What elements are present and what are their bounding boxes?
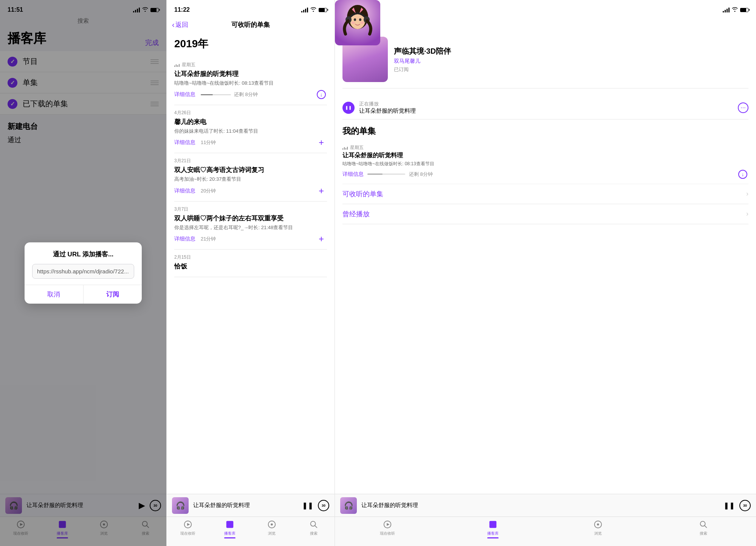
ep-time-3: 20分钟 xyxy=(201,188,216,194)
back-button-p2[interactable]: ‹ 返回 xyxy=(172,20,188,29)
ep-title-5: 恰饭 xyxy=(174,262,327,271)
tab-search-p2[interactable]: 搜索 xyxy=(293,519,335,538)
subscribe-button[interactable]: 订阅 xyxy=(84,285,142,304)
mini-pause-p3[interactable]: ❚❚ xyxy=(723,501,735,510)
ep-footer-2: 详细信息 11分钟 + xyxy=(174,137,327,148)
tab-library-p2[interactable]: 播客库 xyxy=(209,519,251,538)
plus-icon-2: + xyxy=(319,137,324,148)
tab-browse-p3[interactable]: 浏览 xyxy=(545,519,651,538)
ep-footer-left-4: 详细信息 21分钟 xyxy=(174,236,216,242)
mini-pause-p2[interactable]: ❚❚ xyxy=(302,501,313,510)
ep-progress-1: 还剩 8分钟 xyxy=(201,91,258,98)
podcast-subscribed: 已订阅 xyxy=(394,66,748,73)
ep-detail-link-3[interactable]: 详细信息 xyxy=(174,188,195,194)
ep-title-4: 双人哄睡♡两个妹子的左右耳双重享受 xyxy=(174,214,327,223)
p3-content: 声临其境·3D陪伴 双马尾馨儿 已订阅 正在播放 让耳朵舒服的听觉料理 ··· … xyxy=(335,33,756,494)
available-episodes-chevron: › xyxy=(746,190,748,198)
p2-content: 2019年 星期五 让耳朵舒服的听觉料理 咕噜噜~咕噜噜~在线做饭时长: 08:… xyxy=(167,33,335,494)
played-episodes-link: 曾经播放 xyxy=(342,209,370,219)
back-label-p2: 返回 xyxy=(175,20,188,29)
modal-overlay: 通过 URL 添加播客... https://rsshub.app/ncm/dj… xyxy=(0,0,166,546)
ep-add-4[interactable]: + xyxy=(316,233,327,245)
tab-library-p3[interactable]: 播客库 xyxy=(440,519,546,538)
panel-library-main: 11:51 搜索 播客库 完成 节目 xyxy=(0,0,166,546)
episode-item-1: 星期五 让耳朵舒服的听觉料理 咕噜噜~咕噜噜~在线做饭时长: 08:13查看节目… xyxy=(174,57,327,105)
my-ep-detail-link[interactable]: 详细信息 xyxy=(342,171,364,178)
podcast-name: 声临其境·3D陪伴 xyxy=(394,46,748,56)
p2-navigation: ‹ 返回 可收听的单集 xyxy=(167,17,335,33)
ep-day-1: 星期五 xyxy=(182,62,195,68)
status-bar-p2: 11:22 xyxy=(167,0,335,17)
tab-label-now-p2: 现在收听 xyxy=(180,531,195,536)
plus-icon-3: + xyxy=(319,186,324,196)
ep-title-1: 让耳朵舒服的听觉料理 xyxy=(174,70,327,78)
ep-progress-bar-1 xyxy=(201,94,231,95)
now-playing-label: 正在播放 xyxy=(359,101,733,107)
my-ep-day: 星期五 xyxy=(350,144,364,151)
svg-rect-35 xyxy=(490,524,494,525)
played-episodes-nav[interactable]: 曾经播放 › xyxy=(342,204,748,224)
svg-rect-34 xyxy=(490,523,495,523)
time-p2: 11:22 xyxy=(174,6,190,13)
ep-desc-4: 你是选择左耳呢，还是右耳呢?_→时长: 21:48查看节目 xyxy=(174,224,327,231)
ep-footer-left-3: 详细信息 20分钟 xyxy=(174,188,216,194)
tab-now-listening-p2[interactable]: 现在收听 xyxy=(167,519,209,538)
podcast-cover-image xyxy=(342,37,388,82)
ep-detail-link-4[interactable]: 详细信息 xyxy=(174,236,195,242)
svg-point-38 xyxy=(597,523,599,526)
ep-detail-link-2[interactable]: 详细信息 xyxy=(174,139,195,146)
mini-skip-p2[interactable]: 30 xyxy=(318,500,329,511)
my-ep-progress-fill xyxy=(367,174,383,175)
cancel-button[interactable]: 取消 xyxy=(25,285,84,304)
plus-icon-4: + xyxy=(319,234,324,244)
ep-detail-link-1[interactable]: 详细信息 xyxy=(174,91,195,98)
library-icon-p3 xyxy=(488,519,498,530)
available-episodes-nav[interactable]: 可收听的单集 › xyxy=(342,184,748,204)
episode-item-5: 2月15日 恰饭 xyxy=(174,250,327,277)
episode-item-2: 4月26日 馨儿的来电 你的妹妹来电话了时长: 11:04查看节目 详细信息 1… xyxy=(174,105,327,153)
tab-bar-p3: 现在收听 播客库 浏览 搜索 xyxy=(335,517,756,546)
podcast-info: 声临其境·3D陪伴 双马尾馨儿 已订阅 xyxy=(394,37,748,82)
mini-skip-p3[interactable]: 30 xyxy=(739,500,751,511)
ep-footer-4: 详细信息 21分钟 + xyxy=(174,233,327,245)
signal-icon-p2 xyxy=(301,7,308,12)
tab-browse-p2[interactable]: 浏览 xyxy=(251,519,293,538)
svg-rect-36 xyxy=(490,526,495,526)
panel-available-episodes: 11:22 ‹ 返回 可收听的单集 2019年 xyxy=(166,0,335,546)
p3-navigation: ‹ 播客库 xyxy=(335,17,756,33)
ep-add-2[interactable]: + xyxy=(316,137,327,148)
pause-button-p3[interactable] xyxy=(342,102,355,114)
tab-label-now-p3: 现在收听 xyxy=(380,531,395,536)
more-button-p3[interactable]: ··· xyxy=(738,102,748,113)
modal-buttons: 取消 订阅 xyxy=(25,285,142,304)
mini-player-p3[interactable]: 🎧 让耳朵舒服的听觉料理 ❚❚ 30 xyxy=(335,494,756,517)
my-ep-download[interactable]: ↓ xyxy=(737,169,748,180)
year-label: 2019年 xyxy=(174,37,327,51)
tab-label-library-p3: 播客库 xyxy=(487,531,499,536)
podcast-cover-bg xyxy=(342,37,388,82)
browse-icon-p3 xyxy=(593,519,603,530)
ep-title-3: 双人安眠♡高考语文古诗词复习 xyxy=(174,166,327,174)
now-listening-icon-p3 xyxy=(382,519,393,530)
ep-download-1[interactable]: ↓ xyxy=(316,89,327,100)
tab-now-listening-p3[interactable]: 现在收听 xyxy=(335,519,440,538)
my-ep-bars xyxy=(342,146,348,150)
tab-label-search-p2: 搜索 xyxy=(310,531,318,536)
ep-add-3[interactable]: + xyxy=(316,185,327,197)
ep-footer-left-1: 详细信息 还剩 8分钟 xyxy=(174,91,258,98)
svg-rect-20 xyxy=(342,37,380,45)
tab-search-p3[interactable]: 搜索 xyxy=(651,519,756,538)
mini-thumb-p2: 🎧 xyxy=(172,497,189,514)
url-input[interactable]: https://rsshub.app/ncm/djradio/722... xyxy=(32,264,134,279)
now-playing-row: 正在播放 让耳朵舒服的听觉料理 ··· xyxy=(342,96,748,119)
thumb-img-p2: 🎧 xyxy=(172,497,189,514)
tab-label-browse-p3: 浏览 xyxy=(594,531,602,536)
panel-podcast-detail: 11:22 ‹ 播客库 xyxy=(335,0,756,546)
mini-player-p2[interactable]: 🎧 让耳朵舒服的听觉料理 ❚❚ 30 xyxy=(167,494,335,517)
ep-date-3: 3月21日 xyxy=(174,158,327,164)
wifi-icon-p3 xyxy=(732,7,738,13)
ep-date-2: 4月26日 xyxy=(174,110,327,116)
episode-item-3: 3月21日 双人安眠♡高考语文古诗词复习 高考加油~时长: 20:37查看节目 … xyxy=(174,153,327,201)
ep-time-1: 还剩 8分钟 xyxy=(234,91,258,98)
svg-marker-32 xyxy=(387,523,389,526)
